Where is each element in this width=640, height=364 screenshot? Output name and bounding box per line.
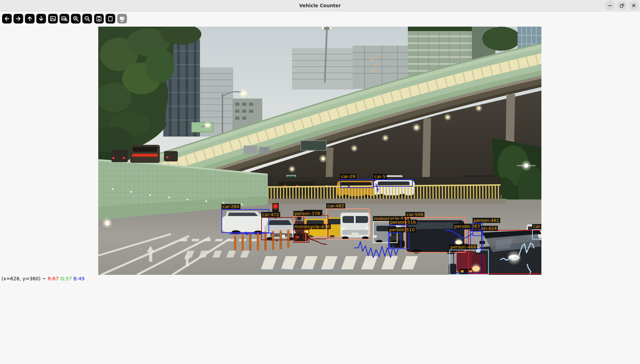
close-icon xyxy=(631,3,637,8)
image-canvas[interactable]: car-29car-5car-284car-472car-519person-3… xyxy=(98,27,541,275)
minimize-icon xyxy=(607,3,613,8)
detection-box: car-472 xyxy=(261,217,296,240)
detection-label: car-506 xyxy=(405,212,424,217)
detection-label: person-461 xyxy=(473,218,500,223)
arrow-right-icon xyxy=(15,15,22,22)
pan-left-button[interactable] xyxy=(2,14,12,24)
detection-box: car-5 xyxy=(373,179,413,187)
image-magnifier-icon xyxy=(61,15,68,22)
save-button[interactable] xyxy=(94,14,104,24)
detection-label: car-472 xyxy=(261,212,280,217)
arrow-down-icon xyxy=(38,15,45,22)
pixel-blue-value: B:49 xyxy=(73,276,84,281)
detection-label: car-29 xyxy=(340,174,356,179)
minimize-button[interactable] xyxy=(605,1,615,10)
arrow-left-icon xyxy=(3,15,10,22)
detection-box: motorcycle-436 xyxy=(293,229,309,243)
titlebar: Vehicle Counter xyxy=(0,0,640,11)
pan-down-button[interactable] xyxy=(36,14,46,24)
detection-label: person-468 xyxy=(449,244,477,250)
pixel-red-value: R:67 xyxy=(48,276,60,281)
zoom-reset-button[interactable] xyxy=(48,14,58,24)
detection-box: person-461 xyxy=(473,223,483,236)
pixel-green-value: G:57 xyxy=(60,276,73,281)
detection-box: person-468 xyxy=(449,250,489,275)
detection-label: motorcycle-436 xyxy=(293,224,331,229)
close-button[interactable] xyxy=(629,1,639,10)
arrow-up-icon xyxy=(26,15,33,22)
pan-right-button[interactable] xyxy=(13,14,23,24)
save-icon xyxy=(95,15,102,22)
clipboard-button[interactable] xyxy=(106,14,115,24)
cursor-position: (x=628, y=360) ~ xyxy=(1,276,48,281)
zoom-out-icon xyxy=(84,15,91,22)
restore-button[interactable] xyxy=(617,1,627,10)
detection-box: car-5 xyxy=(532,229,541,240)
zoom-in-icon xyxy=(72,15,79,22)
window-title: Vehicle Counter xyxy=(0,0,640,11)
detection-label: car-5 xyxy=(373,174,387,179)
display-properties-icon xyxy=(119,15,126,22)
pan-up-button[interactable] xyxy=(25,14,35,24)
statusbar: (x=628, y=360) ~ R:67 G:57 B:49 xyxy=(1,276,84,281)
image-icon xyxy=(49,15,56,22)
zoom-out-button[interactable] xyxy=(82,14,92,24)
detection-box: car-29 xyxy=(340,179,374,188)
detection-box: person-510 xyxy=(388,232,401,249)
zoom-region-button[interactable] xyxy=(60,14,69,24)
restore-icon xyxy=(619,3,625,8)
display-properties-button[interactable] xyxy=(117,14,127,24)
detection-layer: car-29car-5car-284car-472car-519person-3… xyxy=(98,27,541,275)
zoom-in-button[interactable] xyxy=(71,14,81,24)
detection-label: person-378 xyxy=(293,211,321,216)
detection-box: car-482 xyxy=(326,208,369,240)
detection-label: car-5 xyxy=(532,224,541,229)
clipboard-icon xyxy=(107,15,114,22)
detection-label: car-284 xyxy=(221,204,240,209)
detection-label: car-482 xyxy=(326,203,345,208)
